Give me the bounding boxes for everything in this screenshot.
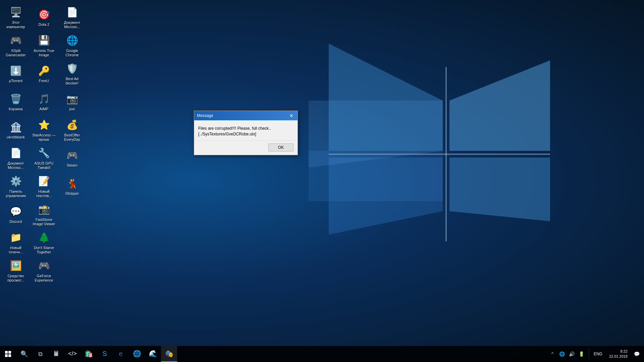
desktop-icon-utorrent[interactable]: ⬇️µTorrent	[2, 60, 29, 87]
search-button[interactable]: 🔍	[16, 346, 32, 362]
desktop: 🖥️Этот компьютер🎮XSplit Gamecaster⬇️µTor…	[0, 0, 644, 362]
dialog-title: Message	[197, 113, 213, 118]
icon-img-asus-gpu: 🔧	[37, 146, 51, 160]
taskbar-active-app[interactable]: 🎭	[161, 346, 177, 362]
svg-marker-7	[309, 151, 443, 201]
svg-rect-9	[8, 351, 11, 354]
desktop-icon-aimp[interactable]: 🎵AIMP	[31, 88, 57, 115]
icon-img-this-pc: 🖥️	[9, 6, 22, 19]
taskbar-store[interactable]: 🛍️	[80, 346, 97, 362]
notification-center[interactable]: 💬	[633, 350, 641, 358]
icon-label-new-text: Новый текстов...	[32, 189, 56, 198]
svg-marker-1	[449, 60, 550, 151]
desktop-icon-istripper[interactable]: 💃iStripper	[59, 173, 86, 200]
message-dialog: Message ✕ Files are corrupted!!!! Please…	[194, 111, 298, 155]
desktop-icon-xsplit[interactable]: 🎮XSplit Gamecaster	[2, 32, 29, 59]
svg-rect-10	[5, 354, 8, 357]
icon-label-geforce: GeForce Experience	[32, 274, 56, 283]
tray-chevron[interactable]: ^	[548, 350, 556, 358]
dialog-message: Files are corrupted!!!! Please, full che…	[198, 126, 271, 136]
dialog-footer: OK	[194, 140, 298, 155]
desktop-icon-doc-ms2[interactable]: 📄Документ Microso...	[59, 4, 86, 31]
svg-rect-8	[5, 351, 8, 354]
icon-label-dst: Don't Starve Together	[32, 246, 56, 254]
desktop-icon-best-ad[interactable]: 🛡️Best Ad blocker!	[59, 60, 86, 87]
icon-label-bestoffer: BestOffer EveryDay	[60, 133, 84, 142]
taskbar-skype[interactable]: S	[97, 346, 113, 362]
taskbar: 🔍 ⧉ 🖩 </> 🛍️ S e 🌐 🌊 🎭 ^ 🌐 🔊 🔋 ENG	[0, 346, 644, 362]
desktop-icon-chrome[interactable]: 🌐Google Chrome	[59, 32, 86, 59]
icon-img-panel: ⚙️	[9, 175, 22, 188]
desktop-icon-new-text[interactable]: 📝Новый текстов...	[31, 173, 57, 200]
icon-img-steam: 🎮	[65, 148, 79, 162]
taskbar-code[interactable]: </>	[64, 346, 80, 362]
windows-logo-decoration	[309, 34, 577, 268]
icon-img-utorrent: ⬇️	[9, 64, 22, 77]
desktop-icon-dst[interactable]: 🌲Don't Starve Together	[31, 229, 57, 256]
icon-img-xsplit: 🎮	[9, 34, 22, 47]
desktop-icon-bestoffer[interactable]: 💰BestOffer EveryDay	[59, 117, 86, 143]
icon-label-staraccess: StarAccess — ярлык	[32, 133, 56, 142]
desktop-icon-staraccess[interactable]: ⭐StarAccess — ярлык	[31, 117, 57, 143]
taskbar-edge[interactable]: e	[113, 346, 129, 362]
icon-label-new-folder: Новый точечн...	[4, 246, 28, 254]
desktop-icon-panel[interactable]: ⚙️Панель управления	[2, 173, 29, 200]
tray-volume[interactable]: 🔊	[568, 350, 576, 358]
desktop-icon-dota2[interactable]: 🎯Dota 2	[31, 4, 57, 31]
desktop-icon-acronis[interactable]: 💾Acronis True Image	[31, 32, 57, 59]
icon-label-this-pc: Этот компьютер	[4, 20, 28, 29]
desktop-icon-asus-gpu[interactable]: 🔧ASUS GPU TweakII	[31, 145, 57, 172]
clock-time: 8:22	[621, 349, 628, 354]
desktop-icon-steam[interactable]: 🎮Steam	[59, 145, 86, 172]
taskbar-calc[interactable]: 🖩	[48, 346, 64, 362]
desktop-icon-korzina[interactable]: 🗑️Корзина	[2, 88, 29, 115]
dialog-body: Files are corrupted!!!! Please, full che…	[194, 120, 298, 140]
taskbar-right-area: ^ 🌐 🔊 🔋 ENG 8:22 22.01.2018 💬	[548, 346, 644, 362]
taskbar-another[interactable]: 🌊	[145, 346, 161, 362]
icon-label-freeu: FreeU	[39, 79, 49, 83]
desktop-icon-ukrstbbank[interactable]: 🏦ukrstbbank	[2, 117, 29, 143]
icon-img-chrome: 🌐	[65, 34, 79, 47]
desktop-icon-viewer[interactable]: 🖼️Средство просмот...	[2, 257, 29, 284]
dialog-titlebar: Message ✕	[194, 111, 298, 120]
taskbar-chrome[interactable]: 🌐	[129, 346, 145, 362]
desktop-icon-joxi[interactable]: 📷joxi	[59, 88, 86, 115]
icon-label-panel: Панель управления	[4, 189, 28, 198]
start-button[interactable]	[0, 346, 16, 362]
icon-label-faststone: FastStone Image Viewer	[32, 218, 56, 226]
icon-img-doc-ms2: 📄	[65, 6, 79, 19]
icon-label-chrome: Google Chrome	[60, 49, 84, 57]
desktop-icon-discord[interactable]: 💬Discord	[2, 201, 29, 228]
desktop-icon-new-folder[interactable]: 📁Новый точечн...	[2, 229, 29, 256]
icon-img-staraccess: ⭐	[37, 118, 51, 132]
desktop-icon-doc-ms[interactable]: 📄Документ Microso...	[2, 145, 29, 172]
tray-lang[interactable]: ENG	[592, 352, 604, 356]
ok-button[interactable]: OK	[268, 143, 293, 152]
icon-img-doc-ms: 📄	[9, 146, 22, 160]
icon-img-discord: 💬	[9, 205, 22, 218]
svg-marker-6	[309, 101, 443, 168]
icon-img-dst: 🌲	[37, 231, 51, 244]
tray-network[interactable]: 🌐	[558, 350, 566, 358]
icon-img-dota2: 🎯	[37, 8, 51, 21]
desktop-icon-freeu[interactable]: 🔑FreeU	[31, 60, 57, 87]
desktop-icon-this-pc[interactable]: 🖥️Этот компьютер	[2, 4, 29, 31]
tray-battery[interactable]: 🔋	[578, 350, 586, 358]
windows-start-icon	[5, 351, 11, 357]
dialog-close-button[interactable]: ✕	[288, 112, 295, 119]
icon-img-freeu: 🔑	[37, 64, 51, 77]
icon-img-acronis: 💾	[37, 34, 51, 47]
icon-img-new-text: 📝	[37, 175, 51, 188]
icon-img-korzina: 🗑️	[9, 92, 22, 106]
svg-marker-2	[329, 158, 443, 235]
desktop-icon-geforce[interactable]: 🎮GeForce Experience	[31, 257, 57, 284]
icon-img-ukrstbbank: 🏦	[9, 120, 22, 134]
tray-divider	[589, 349, 589, 359]
svg-marker-3	[449, 158, 550, 221]
icon-label-discord: Discord	[9, 220, 22, 224]
task-view-button[interactable]: ⧉	[32, 346, 48, 362]
desktop-icon-faststone[interactable]: 📸FastStone Image Viewer	[31, 201, 57, 228]
system-clock[interactable]: 8:22 22.01.2018	[606, 349, 631, 359]
icon-img-faststone: 📸	[37, 203, 51, 216]
icon-label-asus-gpu: ASUS GPU TweakII	[32, 161, 56, 170]
